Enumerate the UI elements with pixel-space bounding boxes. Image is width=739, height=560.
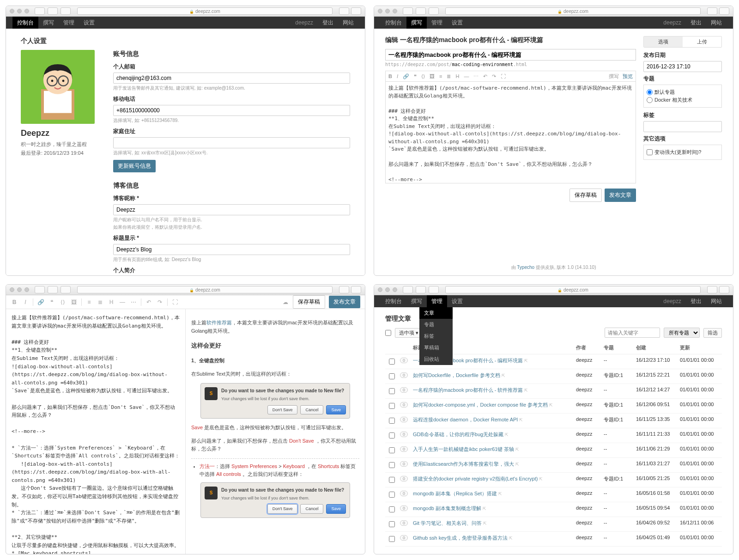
back-button[interactable] bbox=[403, 286, 413, 293]
checkbox-force-update[interactable]: 变动强大(更新时间)? bbox=[647, 149, 719, 156]
article-title-link[interactable]: mongodb 副本集复制概念理解 bbox=[413, 505, 481, 511]
btn-fullscreen[interactable]: ⛶ bbox=[501, 73, 506, 79]
nav-logout[interactable]: 登出 bbox=[318, 17, 338, 29]
article-title-link[interactable]: mongodb 副本集（Replica Set）搭建 bbox=[413, 491, 497, 496]
btn-heading[interactable]: H bbox=[108, 299, 115, 305]
btn-dont-save[interactable]: Don't Save bbox=[267, 504, 298, 513]
nav-settings[interactable]: 设置 bbox=[447, 17, 467, 29]
nav-settings[interactable]: 设置 bbox=[447, 295, 467, 307]
btn-dont-save[interactable]: Don't Save bbox=[267, 405, 298, 414]
article-title-link[interactable]: 如何写docker-compose.yml，Docker compose fil… bbox=[413, 402, 548, 408]
nav-console[interactable]: 控制台 bbox=[381, 295, 406, 307]
row-checkbox[interactable] bbox=[389, 462, 395, 468]
dropdown-item[interactable]: 回收站 bbox=[419, 353, 453, 365]
btn-italic[interactable]: I bbox=[22, 299, 29, 305]
row-checkbox[interactable] bbox=[389, 521, 395, 527]
btn-filter[interactable]: 筛选 bbox=[703, 328, 722, 338]
input-email[interactable] bbox=[113, 73, 350, 84]
slug-editable[interactable]: mac-coding-environment bbox=[452, 62, 513, 67]
external-link-icon[interactable]: ⇱ bbox=[524, 359, 528, 363]
btn-bold[interactable]: B bbox=[388, 73, 392, 79]
btn-more[interactable]: ⋯ bbox=[473, 73, 479, 79]
address-bar[interactable]: deepzz.com bbox=[445, 7, 701, 15]
share-button[interactable] bbox=[339, 7, 349, 15]
article-title-link[interactable]: 使用Elasticsearch作为本博客搜索引擎，强大 bbox=[413, 461, 514, 467]
tab-write[interactable]: 撰写 bbox=[609, 73, 619, 80]
sidebar-button[interactable] bbox=[61, 286, 71, 293]
sidebar-button[interactable] bbox=[429, 286, 439, 293]
nav-manage[interactable]: 管理 bbox=[427, 17, 447, 29]
article-title-link[interactable]: 入手人生第一款机械键盘ikbc poker61键 茶轴 bbox=[413, 446, 514, 452]
btn-cancel[interactable]: Cancel bbox=[300, 504, 323, 513]
row-checkbox[interactable] bbox=[389, 506, 395, 512]
btn-ul[interactable]: ≣ bbox=[97, 299, 104, 305]
row-checkbox[interactable] bbox=[389, 492, 395, 498]
btn-more[interactable]: ⋯ bbox=[130, 299, 137, 305]
btn-italic[interactable]: I bbox=[397, 73, 398, 79]
share-button[interactable] bbox=[707, 286, 717, 293]
btn-ul[interactable]: ≣ bbox=[447, 73, 451, 79]
article-title-link[interactable]: 搭建安全的docker private registry v2指南(Let's … bbox=[413, 476, 538, 481]
dropdown-item[interactable]: 文章 bbox=[419, 307, 453, 319]
btn-update-account[interactable]: 更新账号信息 bbox=[113, 160, 156, 172]
btn-ol[interactable]: ≡ bbox=[439, 73, 442, 79]
tabs-button[interactable] bbox=[719, 286, 729, 293]
dropdown-item[interactable]: 标签 bbox=[419, 330, 453, 342]
markdown-source[interactable]: 接上篇【软件推荐篇】(/post/mac-software-recommend.… bbox=[6, 309, 186, 554]
btn-image[interactable]: 🖼 bbox=[70, 299, 78, 305]
share-button[interactable] bbox=[707, 7, 717, 15]
nav-settings[interactable]: 设置 bbox=[79, 17, 99, 29]
nav-manage[interactable]: 管理 bbox=[59, 17, 79, 29]
tabs-button[interactable] bbox=[719, 7, 729, 15]
article-title-link[interactable]: 一名程序猿的macbook pro都有什么 - 软件推荐篇 bbox=[413, 387, 523, 393]
share-button[interactable] bbox=[339, 286, 349, 293]
btn-selected-action[interactable]: 选中项 ▾ bbox=[395, 328, 423, 338]
article-title-link[interactable]: 如何写Dockerfile，Dockerfile 参考文档 bbox=[413, 372, 500, 378]
nav-user[interactable]: deepzz bbox=[659, 17, 686, 29]
input-nick[interactable] bbox=[113, 204, 350, 215]
external-link-icon[interactable]: ⇱ bbox=[515, 462, 519, 467]
row-checkbox[interactable] bbox=[389, 418, 395, 424]
editor-textarea[interactable]: 接上篇【软件推荐篇】(/post/mac-software-recommend.… bbox=[385, 82, 636, 183]
search-input[interactable] bbox=[605, 328, 660, 338]
tabs-button[interactable] bbox=[351, 286, 361, 293]
input-address[interactable] bbox=[113, 137, 350, 148]
external-link-icon[interactable]: ⇱ bbox=[483, 506, 486, 511]
nav-logout[interactable]: 登出 bbox=[686, 17, 706, 29]
nav-site[interactable]: 网站 bbox=[338, 17, 358, 29]
btn-save[interactable]: Save bbox=[326, 504, 346, 513]
link-prev-article[interactable]: 软件推荐篇 bbox=[206, 320, 232, 325]
forward-button[interactable] bbox=[416, 286, 426, 293]
input-pubdate[interactable] bbox=[643, 61, 722, 72]
back-button[interactable] bbox=[35, 7, 45, 15]
nav-user[interactable]: deepzz bbox=[291, 17, 318, 29]
btn-undo[interactable]: ↶ bbox=[145, 299, 152, 305]
input-title[interactable] bbox=[113, 244, 350, 255]
nav-site[interactable]: 网站 bbox=[706, 17, 727, 29]
dropdown-item[interactable]: 草稿箱 bbox=[419, 342, 453, 353]
row-checkbox[interactable] bbox=[389, 373, 395, 379]
btn-code[interactable]: ⟨⟩ bbox=[59, 299, 67, 305]
row-checkbox[interactable] bbox=[389, 477, 395, 483]
btn-publish[interactable]: 发布文章 bbox=[605, 189, 636, 202]
radio-topic-default[interactable]: 默认专题 bbox=[647, 89, 719, 96]
external-link-icon[interactable]: ⇱ bbox=[483, 521, 487, 526]
external-link-icon[interactable]: ⇱ bbox=[549, 403, 553, 408]
back-button[interactable] bbox=[403, 7, 413, 15]
btn-code[interactable]: ⟨⟩ bbox=[421, 73, 425, 79]
input-tags[interactable] bbox=[643, 121, 722, 132]
filter-topic[interactable]: 所有专题 bbox=[664, 328, 700, 338]
input-article-title[interactable] bbox=[385, 49, 636, 61]
row-checkbox[interactable] bbox=[389, 447, 395, 453]
btn-ol[interactable]: ≡ bbox=[85, 299, 93, 305]
address-bar[interactable]: deepzz.com bbox=[445, 286, 701, 293]
nav-manage[interactable]: 管理 bbox=[427, 295, 447, 307]
btn-redo[interactable]: ↷ bbox=[492, 73, 496, 79]
btn-save[interactable]: Save bbox=[326, 405, 346, 414]
btn-hr[interactable]: — bbox=[464, 73, 469, 79]
forward-button[interactable] bbox=[48, 286, 58, 293]
sidetab-upload[interactable]: 上传 bbox=[683, 37, 721, 47]
article-title-link[interactable]: GDB命令基础，让你的程序bug无处躲藏 bbox=[413, 432, 503, 437]
external-link-icon[interactable]: ⇱ bbox=[519, 418, 523, 422]
btn-fullscreen[interactable]: ⛶ bbox=[171, 299, 179, 305]
